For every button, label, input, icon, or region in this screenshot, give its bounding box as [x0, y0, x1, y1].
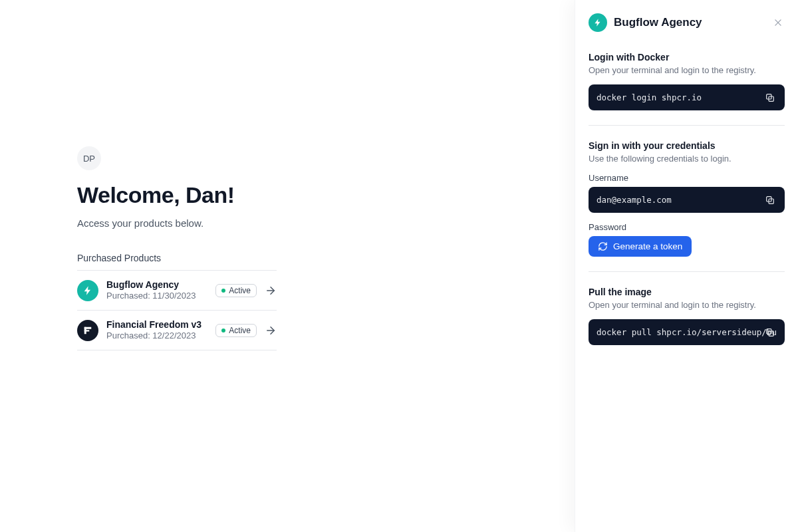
svg-rect-3: [84, 330, 90, 331]
docker-pull-command: docker pull shpcr.io/serversideup/bu: [589, 319, 785, 345]
product-purchased: Purchased: 11/30/2023: [106, 291, 207, 302]
product-name: Bugflow Agency: [106, 279, 207, 291]
status-text: Active: [229, 286, 251, 295]
section-title: Pull the image: [589, 287, 785, 297]
code-text: docker login shpcr.io: [597, 92, 702, 102]
generate-token-button[interactable]: Generate a token: [589, 236, 692, 257]
ff-logo-icon: [77, 320, 98, 341]
avatar-initials: DP: [83, 154, 95, 164]
section-pull-image: Pull the image Open your terminal and lo…: [589, 287, 785, 360]
section-desc: Open your terminal and login to the regi…: [589, 300, 785, 310]
copy-button[interactable]: [761, 191, 779, 209]
close-button[interactable]: [771, 16, 785, 29]
status-text: Active: [229, 326, 251, 335]
arrow-right-icon: [265, 285, 277, 297]
copy-button[interactable]: [761, 323, 779, 342]
button-label: Generate a token: [613, 241, 682, 251]
copy-button[interactable]: [761, 88, 779, 107]
section-credentials: Sign in with your credentials Use the fo…: [589, 140, 785, 272]
section-title: Login with Docker: [589, 52, 785, 63]
copy-icon: [765, 195, 775, 205]
product-row-financial-freedom[interactable]: Financial Freedom v3 Purchased: 12/22/20…: [77, 311, 277, 350]
arrow-right-icon: [265, 325, 277, 336]
status-dot-icon: [221, 329, 225, 332]
panel-title: Bugflow Agency: [614, 16, 765, 29]
status-badge: Active: [215, 284, 257, 297]
code-text: docker pull shpcr.io/serversideup/bu: [597, 327, 777, 337]
close-icon: [773, 18, 783, 27]
docker-login-command: docker login shpcr.io: [589, 84, 785, 110]
status-dot-icon: [221, 289, 225, 293]
password-label: Password: [589, 222, 785, 232]
status-badge: Active: [215, 324, 257, 337]
avatar: DP: [77, 146, 101, 170]
username-value: dan@example.com: [589, 187, 785, 213]
panel-header: Bugflow Agency: [589, 13, 785, 32]
copy-icon: [765, 327, 775, 338]
section-desc: Open your terminal and login to the regi…: [589, 65, 785, 75]
code-text: dan@example.com: [597, 195, 672, 205]
product-purchased: Purchased: 12/22/2023: [106, 331, 207, 342]
details-panel: Bugflow Agency Login with Docker Open yo…: [575, 0, 798, 532]
product-info: Bugflow Agency Purchased: 11/30/2023: [106, 279, 207, 302]
product-name: Financial Freedom v3: [106, 319, 207, 331]
section-title: Sign in with your credentials: [589, 140, 785, 151]
product-info: Financial Freedom v3 Purchased: 12/22/20…: [106, 319, 207, 342]
username-label: Username: [589, 173, 785, 183]
copy-icon: [765, 92, 775, 103]
section-desc: Use the following credentials to login.: [589, 154, 785, 164]
bolt-icon: [77, 280, 98, 301]
section-login-docker: Login with Docker Open your terminal and…: [589, 52, 785, 126]
product-list: Bugflow Agency Purchased: 11/30/2023 Act…: [77, 270, 277, 350]
bolt-icon: [589, 13, 607, 32]
svg-rect-2: [84, 327, 92, 329]
product-row-bugflow[interactable]: Bugflow Agency Purchased: 11/30/2023 Act…: [77, 271, 277, 311]
refresh-icon: [598, 241, 608, 251]
